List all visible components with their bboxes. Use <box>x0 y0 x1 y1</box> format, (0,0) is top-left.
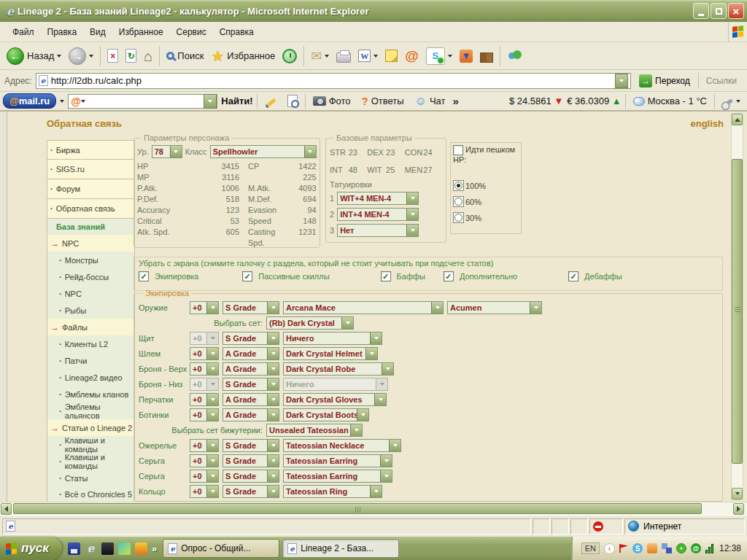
menu-tools[interactable]: Сервис <box>170 24 213 40</box>
grade-select[interactable]: A Grade <box>222 393 279 406</box>
grade-select[interactable]: S Grade <box>222 301 279 314</box>
grade-select[interactable]: S Grade <box>222 439 279 452</box>
vertical-scrollbar[interactable] <box>731 113 743 500</box>
grade-select[interactable]: S Grade <box>222 332 279 345</box>
scrollbar-thumb[interactable] <box>13 503 702 514</box>
traffic-tray-icon[interactable] <box>705 544 715 553</box>
grade-select[interactable]: S Grade <box>222 454 279 467</box>
messenger-button[interactable] <box>503 47 527 65</box>
sidebar-item-ally-emblems[interactable]: ·Эмблемы альянсов <box>47 402 135 419</box>
dictionary-button[interactable] <box>476 47 497 65</box>
mailru-agent-tray-icon[interactable]: @ <box>691 543 701 553</box>
grade-select[interactable]: A Grade <box>222 347 279 360</box>
menu-help[interactable]: Справка <box>213 24 260 40</box>
passive-skills-checkbox[interactable]: ✓ <box>242 271 252 281</box>
language-indicator[interactable]: EN <box>581 542 600 554</box>
grade-select[interactable]: S Grade <box>222 485 279 498</box>
agent-tray-icon[interactable] <box>647 543 657 553</box>
grade-select[interactable]: S Grade <box>222 470 279 483</box>
menu-edit[interactable]: Правка <box>41 24 84 40</box>
home-button[interactable]: ⌂ <box>140 48 156 64</box>
sidebar-item-articles-section[interactable]: →Статьи о Lineage 2 <box>47 419 135 436</box>
back-button[interactable]: ← Назад <box>3 45 65 67</box>
favorites-button[interactable]: ★ Избранное <box>207 47 279 65</box>
horizontal-scrollbar[interactable] <box>0 502 747 515</box>
sidebar-item-birzha[interactable]: ·Биржа <box>47 140 135 160</box>
write-letter-button[interactable] <box>261 95 280 107</box>
weather-widget[interactable]: Москва - 1 °C <box>630 93 711 109</box>
edit-with-word-button[interactable]: W <box>355 47 382 64</box>
sidebar-item-npc[interactable]: ·NPC <box>47 285 135 302</box>
app-launch-icon[interactable] <box>118 542 131 555</box>
weapon-select[interactable]: Arcana Mace <box>283 301 444 314</box>
photo-button[interactable]: Фото <box>309 93 355 109</box>
hp-100-radio[interactable] <box>453 180 464 191</box>
ie-launch-icon[interactable]: e <box>85 542 97 555</box>
notes-button[interactable] <box>382 47 401 64</box>
network-tray-icon[interactable] <box>662 543 672 553</box>
mail-button[interactable]: ✉ <box>307 46 333 66</box>
enchant-select[interactable]: +0 <box>190 485 219 498</box>
necklace-select[interactable]: Tateossian Necklace <box>283 439 401 452</box>
check-mail-button[interactable] <box>284 93 301 109</box>
sidebar-item-files-section[interactable]: →Файлы <box>47 319 135 335</box>
restore-button[interactable] <box>711 3 727 19</box>
refresh-button[interactable]: ↻ <box>122 47 140 65</box>
scrollbar-thumb[interactable] <box>732 159 743 464</box>
gloves-select[interactable]: Dark Crystal Gloves <box>283 393 387 406</box>
equipment-checkbox[interactable]: ✓ <box>139 271 149 281</box>
answers-button[interactable]: ? Ответы <box>358 93 408 109</box>
tattoo-select-1[interactable]: WIT+4 MEN-4 <box>337 192 419 205</box>
mailru-agent-button[interactable]: @ <box>401 46 422 66</box>
enchant-select[interactable]: +0 <box>190 470 219 483</box>
enchant-select[interactable]: +0 <box>190 362 219 376</box>
skype-tray-icon[interactable]: S <box>632 543 643 553</box>
quick-launch-overflow[interactable]: » <box>152 543 157 554</box>
menu-view[interactable]: Вид <box>83 24 112 40</box>
weapon-sa-select[interactable]: Acumen <box>447 301 542 314</box>
debuffs-checkbox[interactable]: ✓ <box>568 271 578 281</box>
tattoo-select-2[interactable]: INT+4 MEN-4 <box>337 208 419 221</box>
mailru-logo-button[interactable]: @mail.ru <box>3 93 56 109</box>
enchant-select[interactable]: +0 <box>190 439 219 452</box>
boots-select[interactable]: Dark Crystal Boots <box>283 408 369 421</box>
sidebar-item-raid-bosses[interactable]: ·Рейд-боссы <box>47 268 135 285</box>
sidebar-item-feedback[interactable]: ·Обратная связь <box>47 199 135 219</box>
minimize-button[interactable] <box>693 3 709 19</box>
enchant-select[interactable]: +0 <box>190 347 219 360</box>
flag-tray-icon[interactable] <box>619 544 628 553</box>
english-link[interactable]: english <box>690 118 724 129</box>
history-button[interactable] <box>279 47 301 66</box>
enchant-select[interactable]: +0 <box>190 301 219 314</box>
sidebar-item-forum[interactable]: ·Форум <box>47 179 135 199</box>
stop-button[interactable]: × <box>104 47 122 65</box>
address-input[interactable]: e http://l2db.ru/calc.php <box>36 73 631 89</box>
chat-button[interactable]: ☺ Чат <box>411 93 449 110</box>
scroll-right-button[interactable] <box>733 503 744 515</box>
menu-file[interactable]: Файл <box>6 24 41 40</box>
sidebar-item-video[interactable]: ·Lineage2 видео <box>47 369 135 386</box>
grade-select[interactable]: S Grade <box>222 378 279 391</box>
address-dropdown-button[interactable] <box>615 74 628 88</box>
sidebar-item-sigs[interactable]: ·SIGS.ru <box>47 160 135 179</box>
enchant-select[interactable]: +0 <box>190 393 219 406</box>
enchant-select[interactable]: +0 <box>190 408 219 421</box>
earring-select[interactable]: Tateossian Earring <box>283 470 392 483</box>
armor-top-select[interactable]: Dark Crystal Robe <box>283 362 394 376</box>
download-button[interactable]: ▼ <box>456 47 476 65</box>
sidebar-item-keys-commands-1[interactable]: ·Клавиши и команды <box>47 436 135 453</box>
menu-favorites[interactable]: Избранное <box>112 24 170 40</box>
ring-select[interactable]: Tateossian Ring <box>283 485 382 498</box>
shield-select[interactable]: Ничего <box>283 332 382 345</box>
find-button[interactable]: Найти! <box>221 96 252 106</box>
grade-select[interactable]: A Grade <box>222 408 279 421</box>
mailru-search-input[interactable]: @ <box>68 94 217 109</box>
sidebar-item-monsters[interactable]: ·Монстры <box>47 252 135 268</box>
tattoo-select-3[interactable]: Нет <box>337 224 419 237</box>
icq-tray-icon[interactable] <box>676 543 686 553</box>
class-select[interactable]: Spellhowler <box>210 145 317 158</box>
print-button[interactable] <box>333 47 355 65</box>
skype-button[interactable]: S <box>422 45 456 67</box>
sidebar-item-chronicles5[interactable]: ·Всё о Chronicles 5 <box>47 486 135 502</box>
sidebar-item-clients[interactable]: ·Клиенты L2 <box>47 335 135 352</box>
